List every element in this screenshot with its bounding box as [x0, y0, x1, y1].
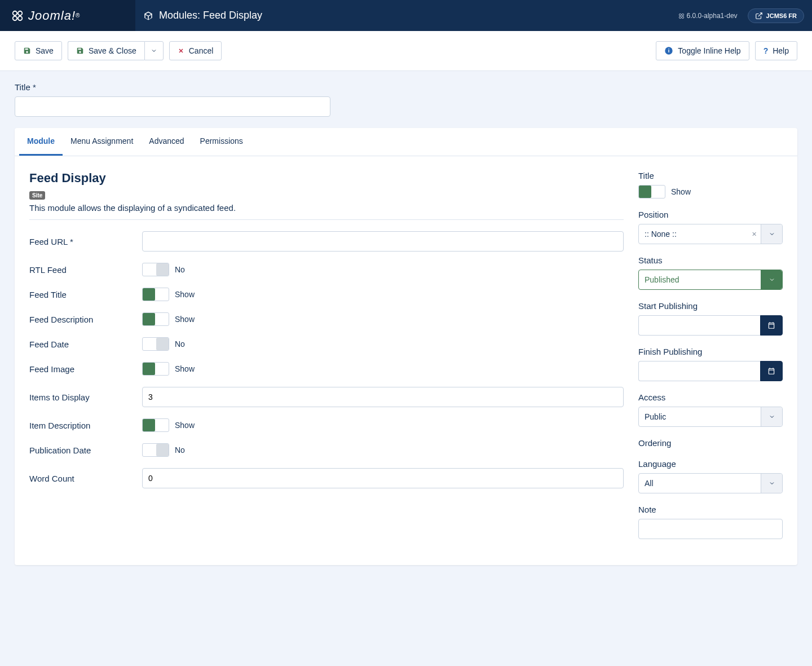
feed-image-toggle[interactable]: [142, 362, 169, 376]
joomla-logo-icon: [11, 10, 24, 22]
language-label: Language: [638, 459, 783, 469]
calendar-icon: [767, 367, 775, 375]
note-input[interactable]: [638, 519, 783, 539]
item-description-label: Item Description: [29, 421, 142, 430]
rtl-feed-toggle[interactable]: [142, 263, 169, 276]
chevron-down-icon: [761, 270, 782, 289]
tab-body: Feed Display Site This module allows the…: [15, 156, 797, 565]
page-title-bar: Modules: Feed Display: [135, 0, 670, 31]
finish-publishing-input[interactable]: [638, 361, 760, 381]
feed-image-label: Feed Image: [29, 364, 142, 374]
position-select[interactable]: :: None :: ✕: [638, 224, 783, 244]
note-label: Note: [638, 505, 783, 514]
version-badge: 6.0.0-alpha1-dev: [678, 12, 737, 20]
feed-description-toggle[interactable]: [142, 312, 169, 326]
access-select[interactable]: Public: [638, 407, 783, 427]
title-field-row: Title *: [15, 82, 797, 117]
side-column: Title Show Position :: None :: ✕: [638, 171, 783, 550]
word-count-label: Word Count: [29, 474, 142, 483]
module-description: This module allows the displaying of a s…: [29, 203, 624, 213]
publication-date-label: Publication Date: [29, 446, 142, 455]
question-icon: ?: [764, 46, 769, 55]
feed-date-label: Feed Date: [29, 339, 142, 349]
status-value: Published: [645, 275, 679, 284]
tab-module[interactable]: Module: [19, 128, 63, 156]
position-label: Position: [638, 210, 783, 219]
start-publishing-input[interactable]: [638, 315, 760, 336]
site-badge: Site: [29, 191, 45, 200]
joomla-mini-icon: [678, 13, 685, 19]
feed-date-toggle[interactable]: [142, 337, 169, 351]
finish-publishing-calendar-button[interactable]: [760, 361, 783, 381]
tab-advanced[interactable]: Advanced: [141, 128, 192, 156]
title-label: Title *: [15, 82, 797, 92]
access-value: Public: [645, 412, 666, 421]
language-select[interactable]: All: [638, 473, 783, 493]
top-bar: Joomla! ® Modules: Feed Display 6.0.0-al…: [0, 0, 812, 31]
status-select[interactable]: Published: [638, 270, 783, 290]
save-dropdown-button[interactable]: [144, 41, 164, 60]
feed-url-label: Feed URL *: [29, 237, 142, 246]
position-clear[interactable]: ✕: [752, 231, 757, 238]
svg-point-3: [18, 16, 22, 20]
word-count-input[interactable]: [142, 468, 624, 488]
save-icon: [23, 47, 31, 55]
save-close-label: Save & Close: [89, 46, 136, 55]
chevron-down-icon: [151, 47, 157, 54]
feed-description-label: Feed Description: [29, 315, 142, 324]
finish-publishing-label: Finish Publishing: [638, 347, 783, 356]
cancel-label: Cancel: [189, 46, 214, 55]
publication-date-toggle[interactable]: [142, 443, 169, 457]
status-label: Status: [638, 255, 783, 265]
start-publishing-calendar-button[interactable]: [760, 315, 783, 336]
chevron-down-icon: [761, 474, 782, 493]
separator: [29, 219, 624, 220]
side-title-value: Show: [671, 187, 691, 196]
brand-text: Joomla!: [28, 8, 76, 23]
cube-icon: [143, 11, 153, 21]
main-column: Feed Display Site This module allows the…: [29, 171, 624, 550]
action-toolbar: Save Save & Close Cancel i Toggle Inline…: [0, 31, 812, 71]
close-icon: [178, 47, 184, 54]
svg-point-2: [13, 16, 17, 20]
help-button[interactable]: ? Help: [755, 41, 797, 60]
cancel-button[interactable]: Cancel: [169, 41, 222, 60]
rtl-feed-label: RTL Feed: [29, 265, 142, 275]
save-icon: [76, 47, 84, 55]
feed-image-value: Show: [175, 364, 195, 373]
position-value: :: None ::: [645, 230, 677, 239]
page-title: Modules: Feed Display: [159, 10, 262, 21]
open-site-button[interactable]: JCMS6 FR: [748, 8, 804, 23]
feed-title-toggle[interactable]: [142, 288, 169, 301]
tab-permissions[interactable]: Permissions: [192, 128, 251, 156]
svg-point-7: [682, 16, 684, 19]
feed-title-label: Feed Title: [29, 290, 142, 299]
tab-menu-assignment[interactable]: Menu Assignment: [63, 128, 141, 156]
items-to-display-label: Items to Display: [29, 392, 142, 402]
chevron-down-icon: [761, 407, 782, 426]
item-description-toggle[interactable]: [142, 418, 169, 432]
items-to-display-input[interactable]: [142, 387, 624, 407]
site-name-label: JCMS6 FR: [766, 12, 797, 19]
svg-point-0: [13, 11, 17, 15]
module-heading: Feed Display: [29, 171, 624, 186]
calendar-icon: [767, 321, 775, 329]
toolbar-left: Save Save & Close Cancel: [15, 41, 222, 60]
title-input[interactable]: [15, 96, 330, 117]
topbar-right: 6.0.0-alpha1-dev JCMS6 FR: [670, 0, 812, 31]
help-label: Help: [773, 46, 789, 55]
save-close-button[interactable]: Save & Close: [68, 41, 144, 60]
publication-date-value: No: [175, 446, 185, 455]
feed-url-input[interactable]: [142, 231, 624, 252]
feed-title-value: Show: [175, 290, 195, 299]
ordering-label: Ordering: [638, 438, 783, 448]
chevron-down-icon: [761, 224, 782, 244]
svg-point-5: [682, 14, 684, 16]
svg-point-6: [679, 16, 682, 19]
toggle-inline-help-button[interactable]: i Toggle Inline Help: [656, 41, 749, 60]
brand-area: Joomla! ®: [0, 0, 135, 31]
feed-description-value: Show: [175, 315, 195, 324]
side-title-toggle[interactable]: [638, 185, 665, 199]
save-button[interactable]: Save: [15, 41, 62, 60]
main-card: Module Menu Assignment Advanced Permissi…: [15, 128, 797, 565]
